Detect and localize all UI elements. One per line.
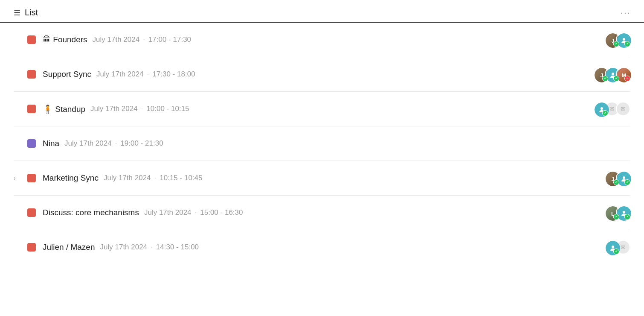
mail-icon: ✉ [609, 105, 615, 112]
separator: · [154, 174, 157, 182]
svg-point-4 [623, 211, 625, 214]
event-time: 14:30 - 15:00 [156, 243, 199, 252]
event-date: July 17th 2024 [104, 174, 151, 182]
event-date: July 17th 2024 [100, 243, 148, 252]
event-title: Marketing Sync [43, 173, 99, 183]
separator: · [147, 70, 149, 79]
event-title: Nina [43, 139, 59, 148]
event-title: Support Sync [43, 70, 91, 79]
event-time: 10:15 - 10:45 [160, 174, 202, 182]
event-date: July 17th 2024 [93, 35, 140, 44]
separator: · [141, 105, 143, 113]
separator: · [115, 139, 117, 148]
event-title: Julien / Mazen [43, 243, 95, 252]
mail-avatar: ✉ [616, 102, 630, 116]
more-button[interactable]: ··· [621, 8, 630, 18]
event-row[interactable]: NinaJuly 17th 2024·19:00 - 21:30 [0, 126, 644, 161]
header-left: ☰ List [14, 8, 38, 18]
separator: · [143, 35, 145, 44]
event-info: Marketing SyncJuly 17th 2024·10:15 - 10:… [43, 173, 591, 183]
event-time: 17:30 - 18:00 [152, 70, 195, 79]
event-color-dot [27, 208, 36, 217]
svg-point-0 [623, 38, 625, 41]
event-color-dot [27, 174, 36, 182]
event-color-dot [27, 105, 36, 113]
svg-point-1 [612, 73, 614, 75]
event-row[interactable]: Julien / MazenJuly 17th 2024·14:30 - 15:… [0, 230, 644, 264]
svg-point-2 [600, 107, 603, 110]
check-badge [613, 41, 619, 47]
event-info: 🏛 FoundersJuly 17th 2024·17:00 - 17:30 [43, 35, 591, 44]
event-color-dot [27, 35, 36, 44]
event-row[interactable]: Support SyncJuly 17th 2024·17:30 - 18:00… [0, 57, 644, 91]
separator: · [195, 208, 197, 217]
list-icon: ☰ [14, 8, 20, 18]
event-row[interactable]: 🧍 StandupJuly 17th 2024·10:00 - 10:15✉✉ [0, 92, 644, 126]
chevron-icon[interactable]: › [14, 175, 20, 181]
event-row[interactable]: Discuss: core mechanismsJuly 17th 2024·1… [0, 196, 644, 230]
event-date: July 17th 2024 [96, 70, 144, 79]
event-color-dot [27, 70, 36, 79]
event-info: Support SyncJuly 17th 2024·17:30 - 18:00 [43, 70, 580, 79]
page-title: List [25, 8, 38, 18]
separator: · [151, 243, 153, 252]
svg-point-3 [623, 176, 625, 179]
avatar-group: ✉✉ [594, 102, 630, 116]
avatar-group: J [605, 171, 630, 185]
check-badge [602, 76, 608, 82]
svg-point-5 [612, 246, 614, 248]
mail-icon: ✉ [621, 244, 626, 251]
avatar-group: ✉ [605, 240, 630, 255]
event-info: 🧍 StandupJuly 17th 2024·10:00 - 10:15 [43, 104, 580, 114]
event-row[interactable]: 🏛 FoundersJuly 17th 2024·17:00 - 17:30J [0, 23, 644, 57]
avatar [594, 102, 608, 116]
decline-badge [624, 76, 630, 82]
header: ☰ List ··· [0, 0, 644, 23]
avatar [605, 240, 619, 255]
check-badge [624, 179, 630, 185]
event-date: July 17th 2024 [144, 208, 191, 217]
event-title: 🏛 Founders [43, 35, 87, 44]
event-row[interactable]: ›Marketing SyncJuly 17th 2024·10:15 - 10… [0, 161, 644, 195]
event-color-dot [27, 139, 36, 148]
avatar-group: JM [594, 67, 630, 82]
check-badge [624, 214, 630, 220]
event-title: 🧍 Standup [43, 104, 85, 114]
event-date: July 17th 2024 [90, 105, 138, 113]
check-badge [602, 110, 608, 116]
event-title: Discuss: core mechanisms [43, 208, 139, 217]
event-color-dot [27, 243, 36, 252]
event-time: 19:00 - 21:30 [120, 139, 163, 148]
check-badge [624, 41, 630, 47]
mail-icon: ✉ [621, 105, 626, 112]
check-badge [613, 76, 619, 82]
event-info: Discuss: core mechanismsJuly 17th 2024·1… [43, 208, 591, 217]
check-badge [613, 249, 619, 255]
event-info: Julien / MazenJuly 17th 2024·14:30 - 15:… [43, 243, 591, 252]
event-time: 17:00 - 17:30 [148, 35, 191, 44]
event-time: 10:00 - 10:15 [146, 105, 189, 113]
avatar-group: L [605, 205, 630, 220]
check-badge [613, 214, 619, 220]
check-badge [613, 179, 619, 185]
event-date: July 17th 2024 [64, 139, 112, 148]
event-info: NinaJuly 17th 2024·19:00 - 21:30 [43, 139, 630, 148]
avatar-group: J [605, 32, 630, 47]
event-time: 15:00 - 16:30 [200, 208, 243, 217]
